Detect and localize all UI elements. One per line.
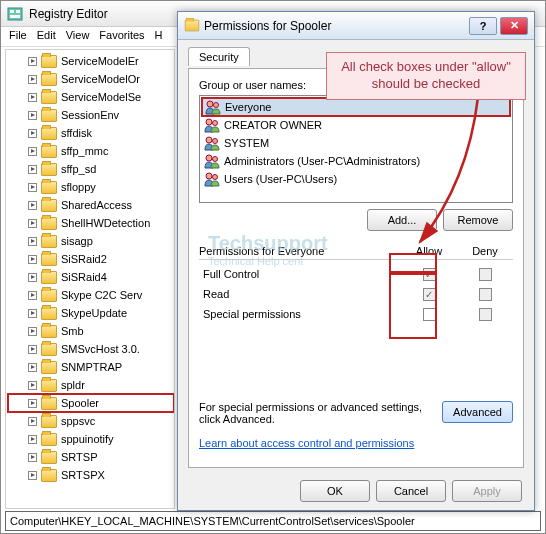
- tree-label: sisagp: [61, 235, 93, 247]
- expander-icon[interactable]: ▸: [28, 363, 37, 372]
- registry-tree[interactable]: ▸ServiceModelEr▸ServiceModelOr▸ServiceMo…: [5, 49, 175, 509]
- tree-item-servicemodeler[interactable]: ▸ServiceModelEr: [8, 52, 174, 70]
- tree-item-skype-c2c-serv[interactable]: ▸Skype C2C Serv: [8, 286, 174, 304]
- advanced-button[interactable]: Advanced: [442, 401, 513, 423]
- tree-label: SessionEnv: [61, 109, 119, 121]
- expander-icon[interactable]: ▸: [28, 255, 37, 264]
- tree-item-sffp-mmc[interactable]: ▸sffp_mmc: [8, 142, 174, 160]
- expander-icon[interactable]: ▸: [28, 471, 37, 480]
- folder-icon: [41, 289, 57, 302]
- tree-item-snmptrap[interactable]: ▸SNMPTRAP: [8, 358, 174, 376]
- users-icon: [204, 171, 220, 187]
- expander-icon[interactable]: ▸: [28, 201, 37, 210]
- expander-icon[interactable]: ▸: [28, 147, 37, 156]
- menu-help[interactable]: H: [155, 29, 163, 44]
- folder-icon: [41, 451, 57, 464]
- tree-item-sessionenv[interactable]: ▸SessionEnv: [8, 106, 174, 124]
- folder-icon: [41, 379, 57, 392]
- deny-checkbox[interactable]: [479, 308, 492, 321]
- expander-icon[interactable]: ▸: [28, 291, 37, 300]
- expander-icon[interactable]: ▸: [28, 417, 37, 426]
- tree-item-servicemodelor[interactable]: ▸ServiceModelOr: [8, 70, 174, 88]
- menu-favorites[interactable]: Favorites: [99, 29, 144, 44]
- folder-icon: [41, 307, 57, 320]
- tree-item-spooler[interactable]: ▸Spooler: [8, 394, 174, 412]
- tree-label: sfloppy: [61, 181, 96, 193]
- folder-icon: [41, 55, 57, 68]
- tree-item-spldr[interactable]: ▸spldr: [8, 376, 174, 394]
- tree-label: ServiceModelSe: [61, 91, 141, 103]
- perm-name: Read: [199, 288, 401, 300]
- tree-item-sfloppy[interactable]: ▸sfloppy: [8, 178, 174, 196]
- expander-icon[interactable]: ▸: [28, 435, 37, 444]
- svg-point-13: [213, 175, 218, 180]
- tree-item-srtspx[interactable]: ▸SRTSPX: [8, 466, 174, 484]
- permissions-title-bar[interactable]: Permissions for Spooler ? ✕: [178, 12, 534, 40]
- tree-item-servicemodelse[interactable]: ▸ServiceModelSe: [8, 88, 174, 106]
- expander-icon[interactable]: ▸: [28, 453, 37, 462]
- tree-item-shellhwdetection[interactable]: ▸ShellHWDetection: [8, 214, 174, 232]
- tree-item-smsvchost-3-0-[interactable]: ▸SMSvcHost 3.0.: [8, 340, 174, 358]
- menu-edit[interactable]: Edit: [37, 29, 56, 44]
- users-icon: [204, 135, 220, 151]
- expander-icon[interactable]: ▸: [28, 219, 37, 228]
- apply-button[interactable]: Apply: [452, 480, 522, 502]
- group-name: CREATOR OWNER: [224, 119, 322, 131]
- folder-icon: [41, 235, 57, 248]
- menu-view[interactable]: View: [66, 29, 90, 44]
- advanced-text: For special permissions or advanced sett…: [199, 401, 429, 425]
- expander-icon[interactable]: ▸: [28, 129, 37, 138]
- expander-icon[interactable]: ▸: [28, 93, 37, 102]
- tree-item-sisraid2[interactable]: ▸SiSRaid2: [8, 250, 174, 268]
- expander-icon[interactable]: ▸: [28, 273, 37, 282]
- svg-point-12: [206, 173, 212, 179]
- expander-icon[interactable]: ▸: [28, 165, 37, 174]
- tree-item-skypeupdate[interactable]: ▸SkypeUpdate: [8, 304, 174, 322]
- close-button[interactable]: ✕: [500, 17, 528, 35]
- expander-icon[interactable]: ▸: [28, 183, 37, 192]
- expander-icon[interactable]: ▸: [28, 309, 37, 318]
- expander-icon[interactable]: ▸: [28, 57, 37, 66]
- perm-row-full-control: Full Control✓: [199, 264, 513, 284]
- expander-icon[interactable]: ▸: [28, 237, 37, 246]
- tree-label: Skype C2C Serv: [61, 289, 142, 301]
- expander-icon[interactable]: ▸: [28, 399, 37, 408]
- deny-checkbox[interactable]: [479, 288, 492, 301]
- ok-button[interactable]: OK: [300, 480, 370, 502]
- tree-item-sffdisk[interactable]: ▸sffdisk: [8, 124, 174, 142]
- cancel-button[interactable]: Cancel: [376, 480, 446, 502]
- group-name: SYSTEM: [224, 137, 269, 149]
- menu-file[interactable]: File: [9, 29, 27, 44]
- tree-label: sppuinotify: [61, 433, 114, 445]
- svg-point-6: [206, 119, 212, 125]
- expander-icon[interactable]: ▸: [28, 111, 37, 120]
- svg-point-8: [206, 137, 212, 143]
- deny-checkbox[interactable]: [479, 268, 492, 281]
- expander-icon[interactable]: ▸: [28, 381, 37, 390]
- tree-item-sisagp[interactable]: ▸sisagp: [8, 232, 174, 250]
- learn-link[interactable]: Learn about access control and permissio…: [199, 437, 414, 449]
- group-name: Administrators (User-PC\Administrators): [224, 155, 420, 167]
- tree-item-srtsp[interactable]: ▸SRTSP: [8, 448, 174, 466]
- tab-security[interactable]: Security: [188, 47, 250, 66]
- tree-label: ServiceModelEr: [61, 55, 139, 67]
- folder-icon: [41, 271, 57, 284]
- folder-icon: [41, 199, 57, 212]
- allow-highlight-column: [389, 273, 437, 339]
- status-bar: Computer\HKEY_LOCAL_MACHINE\SYSTEM\Curre…: [5, 511, 541, 531]
- tree-item-smb[interactable]: ▸Smb: [8, 322, 174, 340]
- permissions-dialog: Permissions for Spooler ? ✕ Security Gro…: [177, 11, 535, 511]
- users-icon: [204, 153, 220, 169]
- help-button[interactable]: ?: [469, 17, 497, 35]
- expander-icon[interactable]: ▸: [28, 345, 37, 354]
- tree-item-sharedaccess[interactable]: ▸SharedAccess: [8, 196, 174, 214]
- tree-item-sffp-sd[interactable]: ▸sffp_sd: [8, 160, 174, 178]
- tree-item-sppuinotify[interactable]: ▸sppuinotify: [8, 430, 174, 448]
- perm-row-read: Read✓: [199, 284, 513, 304]
- expander-icon[interactable]: ▸: [28, 327, 37, 336]
- expander-icon[interactable]: ▸: [28, 75, 37, 84]
- svg-point-9: [213, 139, 218, 144]
- folder-icon: [41, 253, 57, 266]
- tree-item-sisraid4[interactable]: ▸SiSRaid4: [8, 268, 174, 286]
- tree-item-sppsvc[interactable]: ▸sppsvc: [8, 412, 174, 430]
